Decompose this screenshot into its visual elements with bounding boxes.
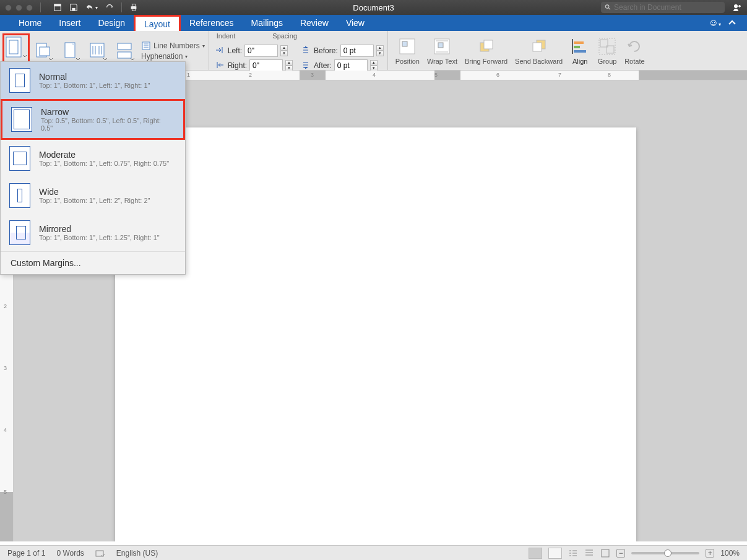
zoom-window-icon[interactable] — [26, 4, 33, 11]
svg-line-7 — [608, 8, 610, 10]
rotate-button[interactable]: Rotate — [621, 33, 648, 68]
svg-point-8 — [734, 4, 738, 8]
margins-mirrored-icon — [9, 220, 30, 245]
indent-right-input[interactable] — [249, 59, 283, 72]
page-indicator[interactable]: Page 1 of 1 — [7, 549, 45, 558]
page[interactable] — [115, 127, 636, 541]
close-window-icon[interactable] — [5, 4, 12, 11]
zoom-slider[interactable] — [631, 552, 699, 554]
indent-left-icon — [215, 46, 225, 56]
margins-option-narrow[interactable]: NarrowTop: 0.5", Bottom: 0.5", Left: 0.5… — [1, 99, 185, 140]
indent-left-spinners[interactable]: ▲▼ — [280, 45, 288, 56]
zoom-out-button[interactable]: − — [616, 549, 625, 558]
svg-rect-37 — [574, 50, 586, 53]
save-icon[interactable] — [69, 3, 78, 12]
spacing-before-spinners[interactable]: ▲▼ — [376, 45, 384, 56]
spacing-after-input[interactable] — [334, 59, 368, 72]
indent-right-row: Right: ▲▼ — [215, 59, 293, 72]
ribbon-tabs: Home Insert Design Layout References Mai… — [0, 15, 747, 31]
margins-button[interactable] — [2, 33, 30, 65]
tab-layout[interactable]: Layout — [134, 15, 181, 31]
line-numbers-button[interactable]: Line Numbers▾ — [141, 41, 205, 51]
send-backward-button[interactable]: Send Backward — [511, 33, 566, 68]
wrap-text-button[interactable]: Wrap Text — [423, 33, 461, 68]
hyphenation-button[interactable]: Hyphenation▾ — [141, 52, 205, 61]
collapse-ribbon-icon[interactable] — [727, 18, 737, 28]
svg-rect-4 — [132, 4, 135, 7]
margins-dropdown: NormalTop: 1", Bottom: 1", Left: 1", Rig… — [0, 61, 186, 275]
print-layout-view-icon[interactable] — [529, 548, 542, 559]
svg-rect-19 — [118, 43, 131, 50]
tab-review[interactable]: Review — [291, 15, 337, 31]
minimize-window-icon[interactable] — [15, 4, 22, 11]
group-button[interactable]: Group — [594, 33, 621, 68]
language-indicator[interactable]: English (US) — [116, 549, 158, 558]
svg-rect-32 — [484, 40, 493, 49]
tab-design[interactable]: Design — [89, 15, 134, 31]
svg-rect-1 — [54, 4, 61, 7]
svg-point-6 — [605, 5, 609, 9]
margins-narrow-icon — [11, 107, 32, 132]
print-icon[interactable] — [129, 3, 138, 12]
margins-option-mirrored[interactable]: MirroredTop: 1", Bottom: 1", Left: 1.25"… — [1, 214, 185, 251]
web-layout-view-icon[interactable] — [548, 548, 562, 559]
search-input[interactable] — [614, 3, 721, 12]
svg-rect-2 — [72, 8, 75, 11]
window-controls[interactable] — [5, 4, 33, 11]
svg-rect-35 — [574, 41, 584, 44]
svg-rect-26 — [402, 41, 407, 46]
indent-left-input[interactable] — [244, 45, 278, 57]
spacing-before-input[interactable] — [340, 45, 374, 57]
spacing-header: Spacing — [272, 32, 297, 40]
margins-normal-icon — [9, 68, 30, 93]
svg-rect-20 — [118, 52, 131, 58]
svg-rect-14 — [90, 43, 104, 57]
svg-rect-36 — [574, 46, 580, 48]
search-box[interactable] — [601, 2, 725, 13]
custom-margins-button[interactable]: Custom Margins... — [1, 251, 185, 274]
margins-wide-icon — [9, 183, 30, 208]
indent-left-row: Left: ▲▼ — [215, 45, 293, 57]
spacing-after-icon — [301, 61, 311, 71]
margins-option-moderate[interactable]: ModerateTop: 1", Bottom: 1", Left: 0.75"… — [1, 140, 185, 177]
autosave-icon[interactable] — [53, 3, 62, 12]
spacing-before-icon — [301, 46, 311, 56]
draft-view-icon[interactable] — [584, 548, 594, 558]
quick-access-toolbar: ▾ — [53, 2, 138, 12]
svg-rect-28 — [438, 43, 443, 48]
word-count[interactable]: 0 Words — [56, 549, 84, 558]
account-icon[interactable]: ☺▾ — [709, 17, 721, 28]
tab-insert[interactable]: Insert — [50, 15, 89, 31]
search-icon — [605, 4, 611, 11]
indent-right-spinners[interactable]: ▲▼ — [285, 60, 293, 71]
status-bar: Page 1 of 1 0 Words English (US) − + 100… — [0, 545, 747, 560]
svg-rect-41 — [599, 38, 615, 54]
position-button[interactable]: Position — [392, 33, 423, 68]
tab-view[interactable]: View — [337, 15, 373, 31]
bring-forward-button[interactable]: Bring Forward — [461, 33, 511, 68]
svg-rect-43 — [602, 549, 609, 557]
svg-rect-12 — [40, 47, 50, 56]
spelling-icon[interactable] — [95, 549, 105, 558]
document-title: Document3 — [353, 3, 394, 12]
focus-view-icon[interactable] — [600, 548, 610, 558]
spacing-after-spinners[interactable]: ▲▼ — [370, 60, 378, 71]
margins-option-wide[interactable]: WideTop: 1", Bottom: 1", Left: 2", Right… — [1, 177, 185, 214]
align-button[interactable]: Align — [566, 33, 594, 68]
margins-moderate-icon — [9, 146, 30, 171]
zoom-level[interactable]: 100% — [720, 549, 740, 558]
tab-home[interactable]: Home — [10, 15, 50, 31]
line-numbers-icon — [141, 41, 151, 51]
redo-icon[interactable] — [105, 3, 114, 12]
tab-references[interactable]: References — [181, 15, 243, 31]
margins-option-normal[interactable]: NormalTop: 1", Bottom: 1", Left: 1", Rig… — [1, 62, 185, 99]
zoom-in-button[interactable]: + — [706, 549, 714, 558]
undo-icon[interactable] — [85, 3, 94, 12]
svg-rect-34 — [533, 43, 542, 51]
titlebar: ▾ Document3 — [0, 0, 747, 15]
tab-mailings[interactable]: Mailings — [243, 15, 291, 31]
indent-header: Indent — [217, 32, 236, 40]
outline-view-icon[interactable] — [568, 548, 578, 558]
share-icon[interactable] — [732, 2, 742, 12]
indent-right-icon — [215, 61, 225, 71]
